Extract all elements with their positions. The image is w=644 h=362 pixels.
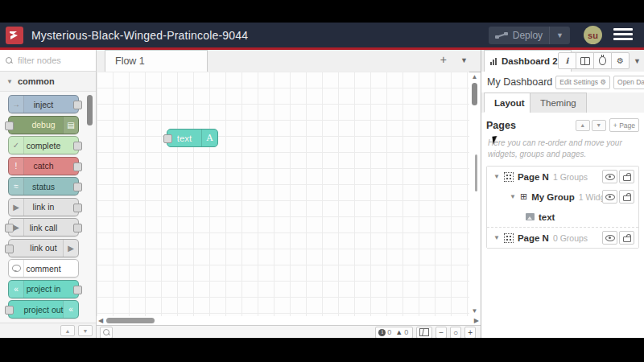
move-page-up-button[interactable]: ▲ (576, 120, 590, 131)
palette-node-comment[interactable]: comment (8, 259, 79, 278)
palette-node-link-in[interactable]: ▶link in (8, 198, 79, 216)
tree-item-meta: 0 Groups (553, 233, 588, 243)
toggle-navigator-button[interactable] (416, 327, 432, 339)
node-port (73, 286, 82, 294)
user-avatar[interactable]: su (584, 26, 602, 44)
tree-item-label: Page N (518, 233, 549, 243)
move-page-down-button[interactable]: ▼ (592, 120, 606, 131)
palette-node-link-call[interactable]: ▶link call (8, 218, 79, 237)
palette-category-common[interactable]: ▼ common (0, 72, 96, 92)
flow-workspace: Flow 1 + ▼ text A ▲ ▼ ◀ ▶ (97, 50, 481, 338)
letterbox-top (0, 0, 644, 23)
palette-node-inject[interactable]: →inject (8, 95, 79, 113)
palette-node-label: link call (30, 223, 57, 232)
palette-node-status[interactable]: ≈status (8, 177, 79, 195)
tree-row-widget[interactable]: text (487, 207, 638, 227)
info-tab-button[interactable]: i (558, 52, 576, 69)
node-port (5, 306, 14, 315)
help-tab-button[interactable] (576, 52, 594, 69)
debug-tab-button[interactable] (593, 52, 612, 69)
horizontal-scroll-thumb[interactable] (106, 318, 155, 323)
main-menu-button[interactable] (613, 28, 633, 43)
text-node-icon: A (201, 130, 217, 146)
tree-row-page[interactable]: ▼Page N1 Groups (487, 167, 638, 187)
palette-node-project-in[interactable]: «project in (8, 280, 79, 298)
book-icon (580, 57, 590, 65)
page-icon (504, 172, 514, 182)
chevron-down-icon: ▼ (6, 78, 13, 85)
palette-node-complete[interactable]: ✓complete (8, 136, 79, 154)
visibility-toggle-button[interactable] (602, 170, 617, 183)
link-arrow-icon: ▶ (9, 219, 24, 236)
node-port (73, 204, 82, 212)
notifications-counter[interactable]: i 0 ▲ 0 (375, 327, 413, 339)
node-red-icon: « (9, 281, 24, 298)
node-palette: ▼ common →inject▤debug✓complete!catch≈st… (0, 50, 97, 338)
node-red-window: Mysterious-Black-Winged-Pratincole-9044 … (0, 0, 644, 362)
node-red-icon: « (63, 301, 78, 318)
canvas-vertical-scrollbar[interactable]: ▲ ▼ (469, 73, 480, 315)
scroll-left-icon[interactable]: ◀ (98, 317, 103, 324)
search-icon (6, 57, 12, 64)
lock-toggle-button[interactable] (619, 170, 634, 183)
chevron-down-icon[interactable]: ▼ (510, 193, 516, 200)
deploy-options-caret[interactable]: ▼ (549, 27, 570, 44)
tree-row-group[interactable]: ▼⊞My Group1 Widgets (487, 187, 638, 207)
open-dashboard-button[interactable]: Open Dashboard ↗ (613, 76, 644, 89)
vertical-scroll-thumb[interactable] (472, 83, 477, 105)
canvas-horizontal-scrollbar[interactable]: ◀ ▶ (98, 317, 479, 325)
canvas-search-button[interactable] (100, 327, 113, 339)
eye-icon (605, 174, 615, 180)
info-icon: i (566, 56, 569, 65)
add-page-button[interactable]: + Page (609, 118, 639, 132)
palette-node-project-out[interactable]: «project out (8, 300, 79, 319)
scroll-up-icon[interactable]: ▲ (471, 73, 478, 80)
edit-settings-button[interactable]: Edit Settings ⚙ (555, 76, 610, 89)
visibility-toggle-button[interactable] (602, 190, 617, 204)
sidebar-splitter-handle[interactable] (475, 154, 477, 191)
palette-expand-all-button[interactable]: ▼ (78, 325, 93, 336)
config-tab-button[interactable]: ⚙ (611, 52, 630, 69)
info-icon: i (378, 329, 386, 336)
palette-search-input[interactable] (16, 55, 84, 66)
flow-canvas[interactable]: text A (97, 72, 469, 316)
lock-toggle-button[interactable] (619, 231, 634, 245)
main-area: ▼ common →inject▤debug✓complete!catch≈st… (0, 50, 644, 338)
dashboard-header-row: My Dashboard Edit Settings ⚙ Open Dashbo… (481, 72, 644, 93)
zoom-in-button[interactable]: + (464, 327, 476, 339)
palette-node-link-out[interactable]: ▶link out (8, 239, 79, 257)
letterbox-bottom (0, 338, 644, 362)
deploy-button[interactable]: Deploy ▼ (489, 27, 570, 44)
unlock-icon (623, 175, 631, 181)
visibility-toggle-button[interactable] (602, 231, 617, 245)
chevron-down-icon[interactable]: ▼ (493, 234, 500, 241)
flow-list-caret[interactable]: ▼ (460, 56, 468, 64)
tab-flow-1[interactable]: Flow 1 (105, 50, 208, 72)
tree-row-page[interactable]: ▼Page N0 Groups (487, 227, 638, 248)
palette-node-catch[interactable]: !catch (8, 157, 79, 175)
palette-search[interactable] (0, 50, 96, 72)
tab-theming[interactable]: Theming (530, 93, 587, 113)
node-port (73, 224, 82, 232)
zoom-reset-button[interactable]: ○ (450, 327, 461, 339)
scroll-right-icon[interactable]: ▶ (474, 317, 479, 324)
pages-header: Pages ▲ ▼ + Page (486, 118, 639, 132)
chevron-down-icon[interactable]: ▼ (493, 173, 500, 180)
warning-count: 0 (404, 328, 408, 336)
lock-toggle-button[interactable] (619, 190, 634, 204)
zoom-out-button[interactable]: − (436, 327, 447, 339)
inject-arrow-icon: → (9, 96, 24, 113)
gear-icon: ⚙ (600, 78, 606, 86)
add-flow-button[interactable]: + (440, 53, 447, 66)
palette-node-debug[interactable]: ▤debug (8, 116, 79, 134)
palette-node-label: project out (23, 305, 63, 315)
tab-layout[interactable]: Layout (484, 93, 535, 113)
palette-scrollbar[interactable] (87, 95, 93, 125)
waveform-icon: ≈ (9, 178, 24, 195)
sidebar-options-caret[interactable]: ▼ (634, 57, 641, 65)
scroll-down-icon[interactable]: ▼ (471, 307, 478, 315)
unlock-icon (623, 195, 631, 201)
text-widget-node[interactable]: text A (167, 129, 218, 147)
palette-collapse-all-button[interactable]: ▲ (60, 325, 75, 336)
mouse-cursor (492, 135, 502, 144)
